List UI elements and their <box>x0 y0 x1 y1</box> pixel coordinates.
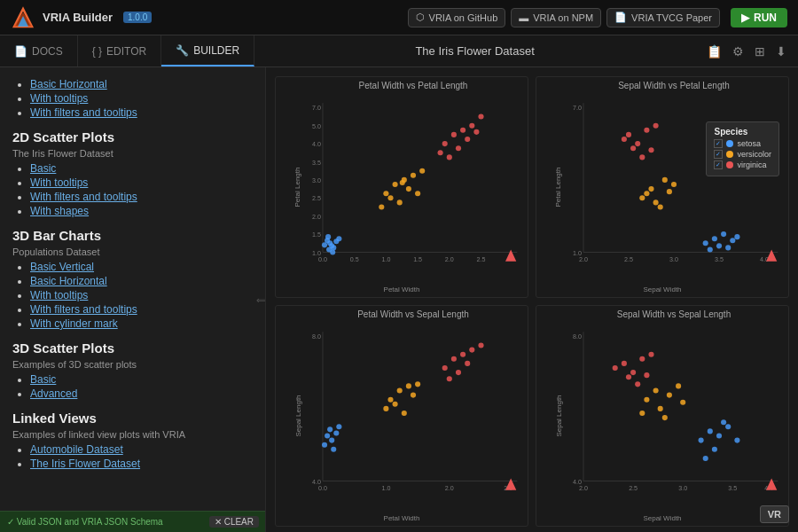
svg-point-62 <box>712 236 717 241</box>
svg-point-101 <box>387 397 393 403</box>
with-filters-tooltips-link1[interactable]: With filters and tooltips <box>30 106 137 119</box>
svg-point-38 <box>419 168 425 174</box>
sidebar-resizer[interactable]: ⟺ <box>260 67 265 532</box>
navtabs: 📄 DOCS { } EDITOR 🔧 BUILDER The Iris Flo… <box>0 35 798 67</box>
svg-text:3.5: 3.5 <box>312 160 321 167</box>
virginica-check[interactable]: ✓ <box>714 160 723 169</box>
chart-title-2: Sepal Width vs Petal Length <box>565 81 783 90</box>
svg-text:1.5: 1.5 <box>413 256 422 263</box>
svg-point-67 <box>734 234 739 239</box>
run-icon: ▶ <box>741 12 749 24</box>
with-filters-link3[interactable]: With filters and tooltips <box>30 303 137 316</box>
chart-ylabel-4: Sepal Length <box>555 395 563 436</box>
chart-ylabel-1: Petal Length <box>293 168 301 207</box>
bar-charts-subtitle: Populations Dataset <box>12 246 253 257</box>
svg-point-130 <box>725 424 731 429</box>
svg-point-102 <box>397 387 403 393</box>
status-text: ✓ Valid JSON and VRIA JSON Schema <box>7 517 163 527</box>
automobile-link[interactable]: Automobile Dataset <box>30 443 123 456</box>
svg-point-106 <box>383 406 388 411</box>
scatter-plots-heading: 2D Scatter Plots <box>12 129 253 145</box>
center-title: The Iris Flower Dataset <box>254 44 695 58</box>
svg-text:1.5: 1.5 <box>312 231 321 239</box>
svg-point-97 <box>333 430 339 435</box>
svg-point-110 <box>451 356 457 362</box>
legend-item-setosa: ✓ setosa <box>714 139 771 148</box>
download-icon-btn[interactable]: ⬇ <box>773 42 789 61</box>
svg-point-131 <box>734 438 739 443</box>
svg-point-134 <box>703 456 708 461</box>
svg-point-99 <box>331 447 336 452</box>
svg-text:3.5: 3.5 <box>728 485 737 492</box>
svg-point-96 <box>327 426 332 432</box>
svg-point-113 <box>469 348 474 353</box>
basic-horizontal-link[interactable]: Basic Horizontal <box>30 78 107 90</box>
with-tooltips-link2[interactable]: With tooltips <box>30 176 88 189</box>
list-item: With filters and tooltips <box>30 303 253 316</box>
svg-text:1.0: 1.0 <box>381 485 390 492</box>
svg-text:8.0: 8.0 <box>312 333 321 340</box>
vr-button[interactable]: VR <box>760 505 789 523</box>
github-icon: ⬡ <box>416 12 425 23</box>
iris-linked-link[interactable]: The Iris Flower Dataset <box>30 458 140 470</box>
basic-3d-link[interactable]: Basic <box>30 373 56 386</box>
svg-point-98 <box>322 442 327 448</box>
github-link[interactable]: ⬡ VRIA on GitHub <box>408 8 506 27</box>
svg-point-29 <box>325 234 331 239</box>
svg-point-129 <box>716 433 722 438</box>
svg-point-39 <box>415 191 420 196</box>
npm-link[interactable]: ▬ VRIA on NPM <box>511 8 601 27</box>
svg-text:3.0: 3.0 <box>669 256 678 263</box>
svg-point-68 <box>725 245 731 250</box>
svg-point-95 <box>329 438 334 443</box>
basic-vertical-link[interactable]: Basic Vertical <box>30 261 94 273</box>
app-title: VRIA Builder <box>43 11 113 24</box>
tab-builder[interactable]: 🔧 BUILDER <box>161 35 254 66</box>
svg-point-63 <box>716 243 722 248</box>
clear-button[interactable]: ✕ CLEAR <box>209 516 259 528</box>
svg-point-114 <box>447 376 452 381</box>
file-icon-btn[interactable]: 📋 <box>704 42 724 61</box>
main-layout: Basic Horizontal With tooltips With filt… <box>0 67 798 532</box>
list-item: Basic Horizontal <box>30 78 253 90</box>
paper-link[interactable]: 📄 VRIA TVCG Paper <box>606 8 720 27</box>
setosa-check[interactable]: ✓ <box>714 139 723 148</box>
grid-icon-btn[interactable]: ⊞ <box>752 42 768 61</box>
basic-link[interactable]: Basic <box>30 162 56 175</box>
advanced-3d-link[interactable]: Advanced <box>30 387 77 400</box>
with-shapes-link[interactable]: With shapes <box>30 205 89 217</box>
svg-point-104 <box>393 402 398 407</box>
scatter-plots-list: Basic With tooltips With filters and too… <box>12 162 253 217</box>
with-tooltips-link1[interactable]: With tooltips <box>30 92 88 105</box>
svg-point-75 <box>667 189 672 194</box>
chart-ylabel-3: Sepal Length <box>294 395 302 436</box>
basic-horizontal-link2[interactable]: Basic Horizontal <box>30 275 107 287</box>
svg-point-28 <box>330 249 335 254</box>
with-filters-link2[interactable]: With filters and tooltips <box>30 191 137 203</box>
svg-text:7.0: 7.0 <box>312 105 321 112</box>
tab-docs[interactable]: 📄 DOCS <box>0 35 78 66</box>
builder-icon: 🔧 <box>176 44 189 57</box>
run-button[interactable]: ▶ RUN <box>731 8 787 27</box>
versicolor-check[interactable]: ✓ <box>714 150 723 159</box>
settings-icon-btn[interactable]: ⚙ <box>730 42 747 61</box>
tab-editor[interactable]: { } EDITOR <box>78 35 161 66</box>
svg-text:2.5: 2.5 <box>312 195 321 202</box>
list-item: With tooltips <box>30 92 253 105</box>
svg-text:0.5: 0.5 <box>350 256 359 263</box>
list-item: The Iris Flower Dataset <box>30 458 253 470</box>
with-tooltips-link3[interactable]: With tooltips <box>30 289 88 301</box>
svg-point-100 <box>336 424 341 429</box>
with-cylinder-link[interactable]: With cylinder mark <box>30 317 118 330</box>
chart-xlabel-4: Sepal Width <box>643 514 681 522</box>
nav-icons: 📋 ⚙ ⊞ ⬇ <box>695 42 798 61</box>
svg-text:2.0: 2.0 <box>579 485 588 492</box>
svg-point-115 <box>478 342 483 348</box>
svg-point-47 <box>478 113 483 119</box>
chart-svg-4: 4.0 8.0 2.0 2.5 3.0 3.5 4.4 <box>565 323 783 504</box>
chart-panel-1: Petal Width vs Petal Length Petal Length… <box>275 76 528 298</box>
svg-point-36 <box>411 173 416 178</box>
svg-point-79 <box>644 128 649 133</box>
svg-text:2.5: 2.5 <box>629 485 638 492</box>
chart-title-4: Sepal Width vs Sepal Length <box>565 309 783 319</box>
